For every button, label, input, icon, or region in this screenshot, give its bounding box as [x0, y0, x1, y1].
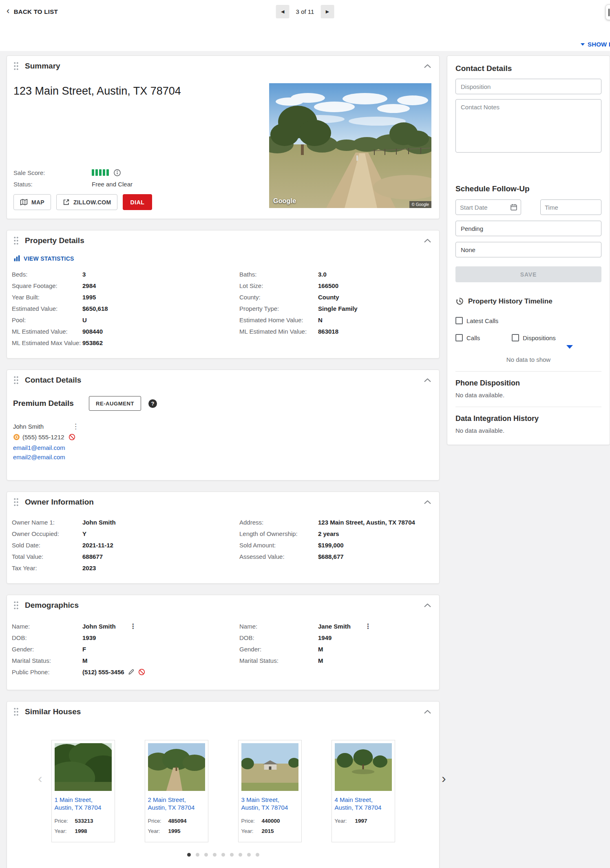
contact-email-1[interactable]: email1@email.com: [13, 443, 433, 452]
previous-record-button[interactable]: ◀: [276, 5, 290, 18]
block-number-icon[interactable]: [138, 669, 145, 675]
premium-details-title: Premium Details: [13, 399, 74, 408]
contact-phone: (555) 555-1212: [22, 434, 64, 441]
external-link-icon: [63, 199, 70, 206]
checkbox-icon[interactable]: [512, 334, 519, 341]
person2-name: Jane Smith: [318, 623, 351, 630]
time-input[interactable]: [540, 199, 601, 215]
drag-handle-icon[interactable]: [13, 376, 19, 385]
contact-email-2[interactable]: email2@email.com: [13, 453, 433, 461]
reminder-select[interactable]: None: [455, 242, 601, 257]
house-address-link[interactable]: 4 Main Street, Austin, TX 78704: [335, 796, 392, 811]
help-icon[interactable]: ?: [148, 399, 157, 408]
collapse-chevron-icon[interactable]: [424, 603, 431, 607]
field-row: Estimated Value: $650,618 Property Type:…: [12, 303, 433, 314]
house-address-link[interactable]: 3 Main Street, Austin, TX 78704: [241, 796, 298, 811]
contact-panel: Contact Details Disposition Schedule Fol…: [447, 55, 610, 445]
person1-menu-icon[interactable]: ⋮: [130, 623, 137, 630]
collapse-chevron-icon[interactable]: [424, 710, 431, 714]
re-augment-button[interactable]: RE-AUGMENT: [89, 396, 141, 411]
collapse-chevron-icon[interactable]: [424, 500, 431, 504]
back-to-list-label: BACK TO LIST: [14, 8, 58, 15]
calls-checkbox[interactable]: Calls: [455, 334, 512, 341]
toolbar: ‹ BACK TO LIST ◀ 3 of 11 ▶: [0, 0, 610, 23]
field-row: Name: John Smith ⋮ Name: Jane Smith ⋮: [12, 620, 433, 632]
drag-handle-icon[interactable]: [13, 707, 19, 716]
house-thumbnail: [148, 743, 205, 791]
house-thumbnail: [55, 743, 112, 791]
block-number-icon[interactable]: [69, 434, 75, 441]
calendar-icon[interactable]: [510, 204, 517, 211]
collapse-chevron-icon[interactable]: [424, 378, 431, 382]
back-chevron-icon: ‹: [7, 6, 10, 16]
carousel-next-icon[interactable]: ›: [442, 772, 446, 785]
drag-handle-icon[interactable]: [13, 236, 19, 245]
field-row: Tax Year: 2023: [12, 562, 433, 574]
carousel-dot[interactable]: [230, 853, 234, 857]
drag-handle-icon[interactable]: [13, 601, 19, 610]
carousel-dot[interactable]: [221, 853, 225, 857]
contact-name: John Smith: [13, 423, 44, 430]
field-row: Owner Name 1: John Smith Address: 123 Ma…: [12, 516, 433, 528]
field-row: Public Phone: (512) 555-3456: [12, 666, 433, 678]
back-to-list-button[interactable]: ‹ BACK TO LIST: [7, 0, 58, 23]
similar-house-card-3[interactable]: 3 Main Street, Austin, TX 78704 Price:44…: [238, 740, 302, 842]
dispositions-checkbox[interactable]: Dispositions: [512, 334, 556, 341]
google-watermark: Google: [273, 197, 296, 205]
checkbox-icon[interactable]: [455, 334, 463, 341]
contact-notes-textarea[interactable]: [455, 99, 601, 153]
house-address-link[interactable]: 2 Main Street, Austin, TX 78704: [148, 796, 205, 811]
timeline-expand-chevron-icon[interactable]: [566, 345, 573, 349]
carousel-dot[interactable]: [187, 853, 191, 857]
similar-houses-title: Similar Houses: [25, 707, 81, 716]
house-address-link[interactable]: 1 Main Street, Austin, TX 78704: [55, 796, 112, 811]
demographics-title: Demographics: [25, 601, 79, 610]
person1-name: John Smith: [82, 623, 116, 630]
summary-title: Summary: [25, 62, 60, 71]
collapse-chevron-icon[interactable]: [424, 64, 431, 68]
info-icon[interactable]: [113, 169, 121, 177]
contact-menu-icon[interactable]: ⋮: [72, 423, 79, 430]
carousel-dot[interactable]: [213, 853, 217, 857]
disposition-select[interactable]: Disposition: [455, 79, 601, 94]
similar-houses-carousel: 1 Main Street, Austin, TX 78704 Price:53…: [7, 740, 439, 842]
drag-handle-icon[interactable]: [13, 498, 19, 507]
phone-status-icon: [13, 434, 20, 441]
field-row: ML Estimated Value: 908440 ML Estimated …: [12, 326, 433, 337]
show-panel-link[interactable]: SHOW PANEL: [581, 41, 610, 48]
next-record-button[interactable]: ▶: [320, 5, 334, 18]
followup-status-select[interactable]: Pending: [455, 221, 601, 236]
phone-disposition-empty: No data available.: [455, 392, 601, 399]
carousel-dot[interactable]: [204, 853, 208, 857]
checkbox-icon[interactable]: [455, 317, 463, 324]
save-button[interactable]: SAVE: [455, 266, 601, 282]
latest-calls-checkbox[interactable]: Latest Calls: [455, 317, 498, 324]
summary-card: Summary 123 Main Street, Austin, TX 7870…: [7, 55, 440, 219]
carousel-dot[interactable]: [239, 853, 242, 857]
similar-house-card-4[interactable]: 4 Main Street, Austin, TX 78704 Year:199…: [332, 740, 395, 842]
collapse-chevron-icon[interactable]: [424, 239, 431, 243]
map-button[interactable]: MAP: [13, 194, 51, 210]
panel-toggle-button[interactable]: [606, 4, 610, 20]
carousel-previous-icon[interactable]: ‹: [38, 772, 42, 785]
data-integration-history-title: Data Integration History: [455, 414, 601, 423]
field-row: Sold Date: 2021-11-12 Sold Amount: $199,…: [12, 539, 433, 551]
dial-button[interactable]: DIAL: [123, 194, 152, 210]
house-thumbnail: [241, 743, 298, 791]
carousel-dot[interactable]: [196, 853, 199, 857]
field-row: Owner Occupied: Y Length of Ownership: 2…: [12, 528, 433, 539]
similar-house-card-1[interactable]: 1 Main Street, Austin, TX 78704 Price:53…: [51, 740, 115, 842]
drag-handle-icon[interactable]: [13, 62, 19, 71]
bar-chart-icon: [13, 255, 20, 262]
zillow-button[interactable]: ZILLOW.COM: [56, 194, 117, 210]
carousel-dot[interactable]: [247, 853, 251, 857]
data-integration-history-empty: No data available.: [455, 427, 601, 434]
similar-house-card-2[interactable]: 2 Main Street, Austin, TX 78704 Price:48…: [145, 740, 208, 842]
person2-menu-icon[interactable]: ⋮: [365, 623, 371, 630]
view-statistics-link[interactable]: VIEW STATISTICS: [13, 255, 433, 262]
sidebar-contact-details-title: Contact Details: [455, 64, 601, 73]
phone-disposition-title: Phone Disposition: [455, 379, 601, 388]
carousel-dot[interactable]: [256, 853, 259, 857]
record-pager: ◀ 3 of 11 ▶: [276, 0, 334, 23]
edit-phone-icon[interactable]: [128, 669, 135, 675]
